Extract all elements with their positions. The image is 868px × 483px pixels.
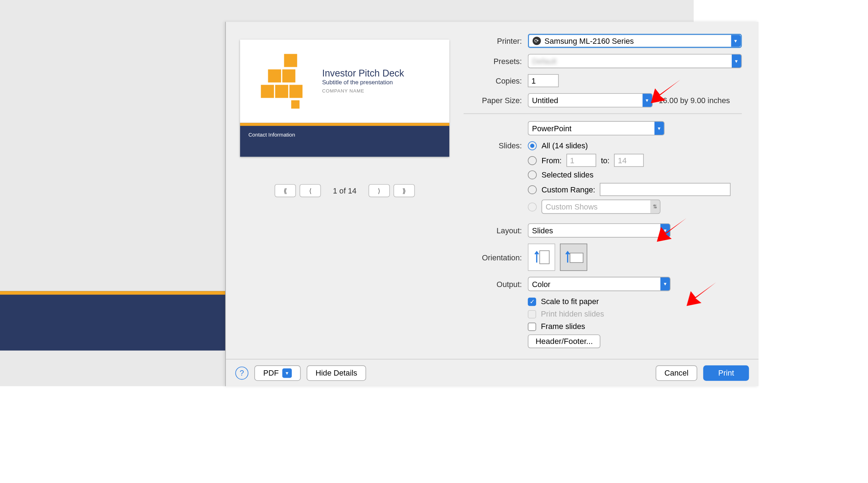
page-count: 1 of 14: [333, 186, 356, 195]
printer-select[interactable]: ⟳ Samsung ML-2160 Series▾: [528, 34, 742, 48]
orientation-landscape-button[interactable]: [560, 244, 587, 271]
print-preview: Investor Pitch Deck Subtitle of the pres…: [240, 40, 449, 157]
presets-select[interactable]: Default▾: [528, 54, 742, 68]
frame-slides-checkbox[interactable]: [528, 322, 536, 330]
from-input[interactable]: [566, 154, 596, 167]
layout-label: Layout:: [464, 226, 528, 235]
last-page-button[interactable]: ⟫: [393, 184, 415, 197]
copies-input[interactable]: [528, 74, 559, 87]
copies-label: Copies:: [464, 76, 528, 85]
preview-contact: Contact Information: [240, 123, 449, 157]
layout-select[interactable]: Slides▾: [528, 223, 671, 238]
first-page-button[interactable]: ⟪: [275, 184, 296, 197]
custom-shows-select: Custom Shows⇅: [541, 200, 660, 214]
slides-custom-shows-radio: [528, 202, 537, 211]
slides-selected-radio[interactable]: [528, 170, 537, 179]
output-select[interactable]: Color▾: [528, 277, 671, 291]
hide-details-button[interactable]: Hide Details: [307, 365, 366, 381]
to-input[interactable]: [614, 154, 644, 167]
header-footer-button[interactable]: Header/Footer...: [528, 334, 600, 348]
output-label: Output:: [464, 280, 528, 288]
print-button[interactable]: Print: [703, 365, 749, 381]
print-dialog: Investor Pitch Deck Subtitle of the pres…: [225, 22, 758, 386]
print-hidden-checkbox: [528, 310, 536, 318]
svg-rect-6: [570, 253, 583, 262]
prev-page-button[interactable]: ⟨: [300, 184, 321, 197]
printer-status-icon: ⟳: [533, 37, 541, 45]
paper-size-select[interactable]: Untitled▾: [528, 93, 653, 107]
app-options-select[interactable]: PowerPoint▾: [528, 121, 665, 135]
custom-range-input[interactable]: [600, 183, 731, 196]
pdf-button[interactable]: PDF▾: [254, 365, 301, 381]
red-arrow-icon: [654, 215, 689, 245]
slides-custom-range-radio[interactable]: [528, 185, 537, 194]
preview-company: COMPANY NAME: [322, 89, 364, 94]
slides-all-radio[interactable]: [528, 141, 537, 150]
printer-label: Printer:: [464, 36, 528, 45]
svg-rect-5: [540, 251, 549, 264]
orientation-portrait-button[interactable]: [528, 244, 555, 271]
slides-from-radio[interactable]: [528, 156, 537, 165]
slides-label: Slides:: [464, 141, 528, 150]
slide-canvas: Investor Pitch Deck Subtitle of the pres…: [0, 0, 694, 386]
red-arrow-icon: [648, 76, 683, 106]
preview-subtitle: Subtitle of the presentation: [322, 79, 449, 85]
red-arrow-icon: [684, 279, 719, 309]
preview-title: Investor Pitch Deck: [322, 68, 449, 79]
next-page-button[interactable]: ⟩: [369, 184, 390, 197]
presets-label: Presets:: [464, 57, 528, 65]
help-button[interactable]: ?: [235, 366, 248, 380]
scale-to-fit-checkbox[interactable]: ✓: [528, 297, 536, 306]
orientation-label: Orientation:: [464, 253, 528, 262]
cancel-button[interactable]: Cancel: [656, 365, 698, 381]
paper-size-label: Paper Size:: [464, 96, 528, 105]
